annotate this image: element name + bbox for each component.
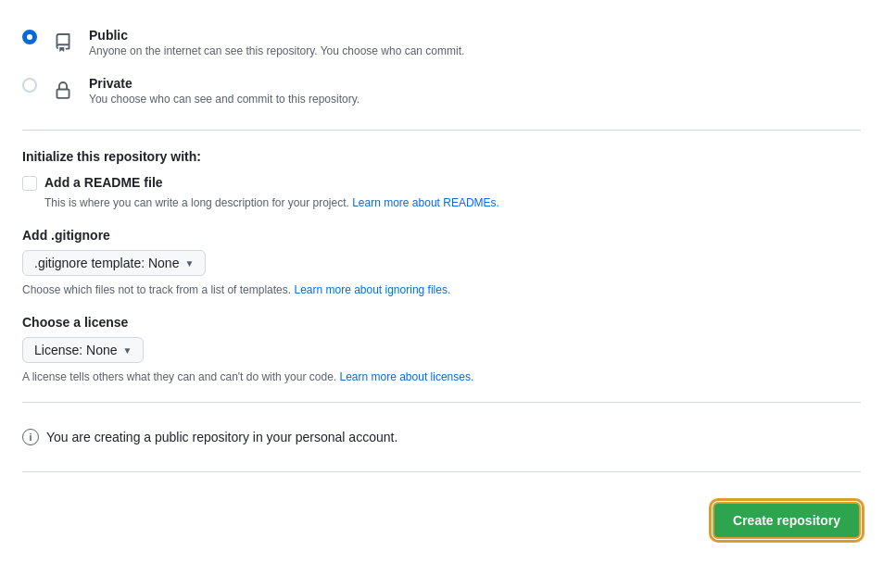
public-icon (48, 28, 78, 57)
public-radio[interactable] (22, 30, 37, 44)
initialize-section: Initialize this repository with: Add a R… (22, 149, 861, 209)
gitignore-chevron-icon: ▼ (184, 258, 194, 269)
initialize-title: Initialize this repository with: (22, 149, 861, 164)
private-icon (48, 76, 78, 106)
divider-2 (22, 402, 861, 403)
license-chevron-icon: ▼ (123, 345, 132, 356)
private-option[interactable]: Private You choose who can see and commi… (22, 67, 861, 115)
public-option[interactable]: Public Anyone on the internet can see th… (22, 19, 861, 67)
readme-label: Add a README file (44, 175, 163, 190)
gitignore-dropdown-label: .gitignore template: None (34, 256, 179, 270)
public-title: Public (89, 28, 861, 43)
license-dropdown[interactable]: License: None ▼ (22, 337, 144, 363)
readme-row: Add a README file (22, 175, 861, 191)
readme-learn-more[interactable]: Learn more about READMEs. (352, 196, 499, 209)
create-repository-button[interactable]: Create repository (713, 502, 861, 539)
private-title: Private (89, 76, 861, 91)
info-notice: i You are creating a public repository i… (22, 418, 861, 457)
license-desc: A license tells others what they can and… (22, 370, 861, 383)
license-section: Choose a license License: None ▼ A licen… (22, 315, 861, 383)
divider-3 (22, 471, 861, 472)
info-icon: i (22, 429, 39, 445)
gitignore-learn-more[interactable]: Learn more about ignoring files. (294, 283, 450, 296)
gitignore-dropdown[interactable]: .gitignore template: None ▼ (22, 250, 206, 276)
public-desc: Anyone on the internet can see this repo… (89, 44, 861, 57)
gitignore-label: Add .gitignore (22, 228, 861, 243)
private-desc: You choose who can see and commit to thi… (89, 93, 861, 106)
page-container: Public Anyone on the internet can see th… (0, 0, 883, 572)
gitignore-desc: Choose which files not to track from a l… (22, 283, 861, 296)
private-info: Private You choose who can see and commi… (89, 76, 861, 106)
license-label: Choose a license (22, 315, 861, 330)
readme-desc: This is where you can write a long descr… (44, 196, 861, 209)
gitignore-section: Add .gitignore .gitignore template: None… (22, 228, 861, 296)
private-radio[interactable] (22, 78, 37, 93)
footer-area: Create repository (22, 487, 861, 554)
readme-checkbox[interactable] (22, 176, 37, 191)
divider-1 (22, 130, 861, 131)
public-info: Public Anyone on the internet can see th… (89, 28, 861, 57)
license-dropdown-label: License: None (34, 343, 118, 357)
license-learn-more[interactable]: Learn more about licenses. (340, 370, 474, 383)
notice-text: You are creating a public repository in … (46, 430, 397, 444)
